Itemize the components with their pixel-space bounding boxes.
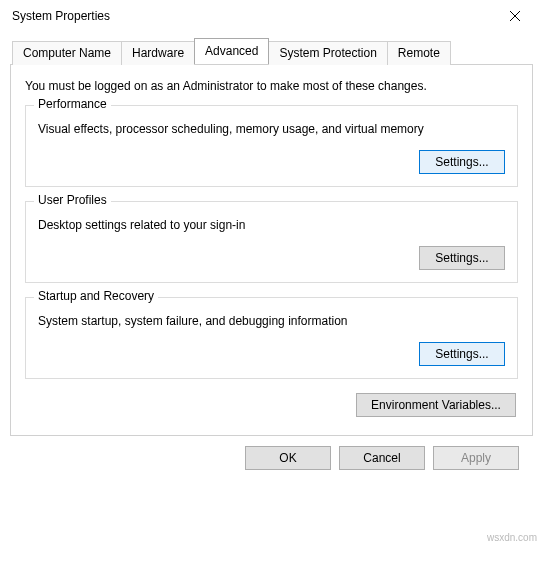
group-user-profiles: User Profiles Desktop settings related t… <box>25 201 518 283</box>
environment-variables-button[interactable]: Environment Variables... <box>356 393 516 417</box>
performance-settings-button[interactable]: Settings... <box>419 150 505 174</box>
tab-hardware[interactable]: Hardware <box>121 41 195 65</box>
group-performance-legend: Performance <box>34 97 111 111</box>
performance-desc: Visual effects, processor scheduling, me… <box>38 122 505 136</box>
cancel-button[interactable]: Cancel <box>339 446 425 470</box>
startup-recovery-desc: System startup, system failure, and debu… <box>38 314 505 328</box>
watermark: wsxdn.com <box>487 532 537 543</box>
window-title: System Properties <box>12 9 495 23</box>
close-icon[interactable] <box>495 2 535 30</box>
tabstrip: Computer Name Hardware Advanced System P… <box>12 38 533 64</box>
tab-remote[interactable]: Remote <box>387 41 451 65</box>
user-profiles-desc: Desktop settings related to your sign-in <box>38 218 505 232</box>
group-startup-recovery-legend: Startup and Recovery <box>34 289 158 303</box>
titlebar: System Properties <box>0 0 543 32</box>
startup-recovery-settings-button[interactable]: Settings... <box>419 342 505 366</box>
group-startup-recovery: Startup and Recovery System startup, sys… <box>25 297 518 379</box>
tab-computer-name[interactable]: Computer Name <box>12 41 122 65</box>
ok-button[interactable]: OK <box>245 446 331 470</box>
tabpanel-advanced: You must be logged on as an Administrato… <box>10 64 533 436</box>
group-performance: Performance Visual effects, processor sc… <box>25 105 518 187</box>
dialog-buttons: OK Cancel Apply <box>10 436 533 470</box>
group-user-profiles-legend: User Profiles <box>34 193 111 207</box>
admin-notice: You must be logged on as an Administrato… <box>25 79 518 93</box>
user-profiles-settings-button[interactable]: Settings... <box>419 246 505 270</box>
tab-advanced[interactable]: Advanced <box>194 38 269 64</box>
apply-button[interactable]: Apply <box>433 446 519 470</box>
tab-system-protection[interactable]: System Protection <box>268 41 387 65</box>
